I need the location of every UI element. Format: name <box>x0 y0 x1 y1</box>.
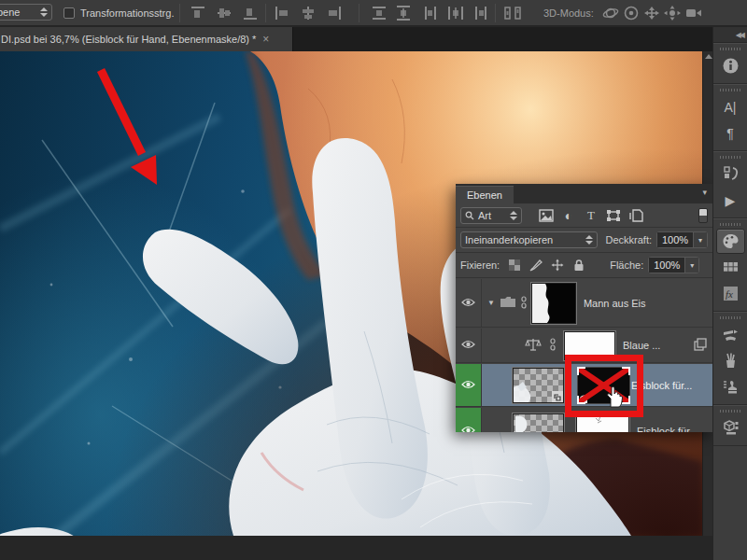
blend-mode-dropdown[interactable]: Ineinanderkopieren <box>460 231 598 248</box>
filter-kind-dropdown[interactable]: Art <box>460 207 522 224</box>
dropdown-arrow-icon[interactable]: ▾ <box>684 258 698 273</box>
opacity-label: Deckkraft: <box>605 234 652 245</box>
distribute-top-edges-icon[interactable] <box>370 5 388 21</box>
drag-grip-icon[interactable] <box>720 48 740 50</box>
align-right-edges-icon[interactable] <box>325 5 344 21</box>
fill-field[interactable]: 100% ▾ <box>648 257 699 273</box>
3d-orbit-icon[interactable] <box>601 5 620 21</box>
eye-icon <box>461 340 475 351</box>
drag-grip-icon[interactable] <box>720 156 740 159</box>
layer-name[interactable]: Eisblock für... <box>637 426 698 433</box>
separator <box>495 4 496 22</box>
smart-object-badge-icon <box>552 391 563 402</box>
layer-name[interactable]: Blaue ... <box>623 340 660 351</box>
3d-camera-icon[interactable] <box>684 5 704 21</box>
layer-thumbnail[interactable] <box>513 413 564 433</box>
layers-tab[interactable]: Ebenen <box>456 186 514 203</box>
distribute-left-edges-icon[interactable] <box>422 5 441 21</box>
lock-position-icon[interactable] <box>551 259 564 272</box>
filter-smart-objects-icon[interactable] <box>625 208 647 221</box>
distribute-horizontal-centers-icon[interactable] <box>446 5 465 21</box>
spinner-icon <box>510 211 517 220</box>
scrollbar-up-icon <box>705 54 712 59</box>
3d-mode-label: 3D-Modus: <box>543 7 594 19</box>
folder-icon <box>500 296 516 310</box>
layers-panel-tab-bar: Ebenen ▾ <box>456 184 712 203</box>
swatches-panel-icon[interactable] <box>716 255 745 280</box>
filter-shape-layers-icon[interactable] <box>602 208 625 221</box>
lock-pixels-icon[interactable] <box>529 259 543 272</box>
dropdown-arrow-icon[interactable]: ▾ <box>693 232 707 247</box>
align-vertical-centers-icon[interactable] <box>215 5 233 21</box>
layer-row-group[interactable]: ▼ Mann aus Eis <box>456 279 712 328</box>
lock-label: Fixieren: <box>460 259 500 271</box>
visibility-toggle[interactable] <box>456 408 482 432</box>
document-tab[interactable]: DI.psd bei 36,7% (Eisblock für Hand, Ebe… <box>0 27 293 51</box>
visibility-toggle[interactable] <box>456 279 482 327</box>
brush-panel-icon[interactable] <box>716 322 745 347</box>
actions-panel-icon[interactable]: ▶ <box>716 188 745 213</box>
drag-grip-icon[interactable] <box>720 316 740 319</box>
align-horizontal-centers-icon[interactable] <box>299 5 317 21</box>
layer-name[interactable]: Mann aus Eis <box>584 298 646 309</box>
drag-grip-icon[interactable] <box>720 89 740 91</box>
layer-thumbnail[interactable] <box>513 368 564 403</box>
filter-pixel-layers-icon[interactable] <box>535 208 557 221</box>
blend-mode-value: Ineinanderkopieren <box>465 234 553 245</box>
filter-kind-label: Art <box>478 210 491 221</box>
opacity-field[interactable]: 100% ▾ <box>656 231 708 248</box>
mask-link-icon <box>520 296 528 311</box>
transform-controls-checkbox[interactable] <box>63 7 75 19</box>
separator <box>179 4 180 22</box>
dock-group-color: fx <box>713 218 747 312</box>
character-panel-icon[interactable]: A| <box>716 94 745 119</box>
tool-preset-dropdown[interactable]: bene <box>0 4 52 21</box>
dock-group-brush <box>713 312 747 405</box>
drag-grip-icon[interactable] <box>720 223 740 226</box>
layer-badge-icon <box>694 338 707 353</box>
paragraph-styles-panel-icon[interactable] <box>716 161 745 187</box>
color-panel-icon[interactable] <box>716 229 745 254</box>
3d-roll-icon[interactable] <box>622 5 641 21</box>
collapse-icon: ◀◀ <box>736 31 743 39</box>
opacity-value: 100% <box>657 232 693 247</box>
dock-collapse-button[interactable]: ◀◀ <box>713 27 747 43</box>
filter-adjustment-layers-icon[interactable]: ◐ <box>557 208 580 223</box>
blend-mode-row: Ineinanderkopieren Deckkraft: 100% ▾ <box>456 228 712 253</box>
clone-source-panel-icon[interactable] <box>716 374 745 399</box>
brush-presets-panel-icon[interactable] <box>716 348 745 373</box>
spinner-icon <box>40 7 48 17</box>
dock-group-3d <box>713 405 747 446</box>
eye-icon <box>461 380 475 391</box>
lock-all-icon[interactable] <box>572 259 585 272</box>
3d-slide-icon[interactable] <box>663 5 682 21</box>
lock-transparency-icon[interactable] <box>508 259 521 272</box>
distribute-vertical-centers-icon[interactable] <box>394 5 413 21</box>
align-left-edges-icon[interactable] <box>273 5 291 21</box>
filter-type-layers-icon[interactable]: T <box>580 208 602 223</box>
panel-menu-icon[interactable]: ▾ <box>702 188 707 197</box>
auto-align-layers-icon[interactable] <box>502 5 525 21</box>
filter-toggle-switch[interactable] <box>698 208 708 223</box>
align-bottom-edges-icon[interactable] <box>241 5 260 21</box>
styles-panel-icon[interactable]: fx <box>716 281 745 306</box>
paragraph-panel-icon[interactable]: ¶ <box>716 120 745 146</box>
spinner-icon <box>585 235 593 245</box>
tab-close-icon[interactable]: × <box>262 33 269 46</box>
group-expand-icon[interactable]: ▼ <box>487 299 495 307</box>
visibility-toggle[interactable] <box>456 329 482 362</box>
drag-grip-icon[interactable] <box>720 410 740 413</box>
color-balance-icon <box>525 338 542 354</box>
visibility-toggle[interactable] <box>456 364 482 406</box>
distribute-right-edges-icon[interactable] <box>471 5 489 21</box>
info-panel-icon[interactable] <box>716 53 745 78</box>
3d-pan-icon[interactable] <box>642 5 661 21</box>
separator <box>265 4 266 22</box>
group-mask-thumbnail[interactable] <box>531 283 576 324</box>
options-bar: bene Transformationsstrg. 3D-Modus: <box>0 0 747 26</box>
dock-group-type: A| ¶ <box>713 84 747 151</box>
layer-comps-panel-icon[interactable] <box>716 415 745 441</box>
search-icon <box>465 211 474 220</box>
align-top-edges-icon[interactable] <box>189 5 207 21</box>
svg-text:fx: fx <box>726 288 733 300</box>
